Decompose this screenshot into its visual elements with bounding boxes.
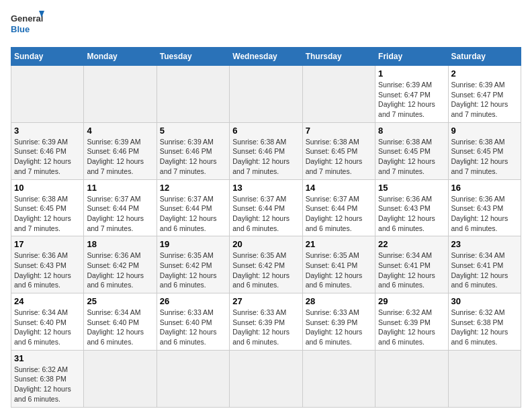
- day-info: Sunrise: 6:33 AM Sunset: 6:40 PM Dayligh…: [160, 308, 226, 347]
- calendar-cell: 12Sunrise: 6:37 AM Sunset: 6:44 PM Dayli…: [157, 179, 229, 236]
- calendar-cell: [84, 350, 157, 407]
- calendar-cell: 31Sunrise: 6:32 AM Sunset: 6:38 PM Dayli…: [11, 350, 84, 407]
- day-number: 19: [160, 239, 226, 249]
- calendar-cell: 27Sunrise: 6:33 AM Sunset: 6:39 PM Dayli…: [230, 293, 302, 351]
- calendar-cell: 10Sunrise: 6:38 AM Sunset: 6:45 PM Dayli…: [11, 179, 84, 236]
- day-info: Sunrise: 6:33 AM Sunset: 6:39 PM Dayligh…: [232, 308, 299, 347]
- calendar-cell: [157, 350, 229, 407]
- calendar-cell: 6Sunrise: 6:38 AM Sunset: 6:46 PM Daylig…: [230, 122, 302, 179]
- day-info: Sunrise: 6:38 AM Sunset: 6:45 PM Dayligh…: [14, 194, 81, 234]
- calendar-cell: 11Sunrise: 6:37 AM Sunset: 6:44 PM Dayli…: [84, 179, 157, 236]
- calendar-week-row: 10Sunrise: 6:38 AM Sunset: 6:45 PM Dayli…: [11, 179, 521, 236]
- calendar-cell: 2Sunrise: 6:39 AM Sunset: 6:47 PM Daylig…: [448, 66, 521, 123]
- day-info: Sunrise: 6:35 AM Sunset: 6:42 PM Dayligh…: [232, 250, 299, 290]
- day-number: 11: [87, 183, 153, 193]
- calendar-cell: 7Sunrise: 6:38 AM Sunset: 6:45 PM Daylig…: [302, 122, 375, 179]
- day-info: Sunrise: 6:36 AM Sunset: 6:43 PM Dayligh…: [451, 194, 518, 234]
- calendar-cell: [230, 66, 302, 123]
- calendar-cell: 4Sunrise: 6:39 AM Sunset: 6:46 PM Daylig…: [84, 122, 157, 179]
- calendar-cell: 16Sunrise: 6:36 AM Sunset: 6:43 PM Dayli…: [448, 179, 521, 236]
- page-header: General Blue: [11, 11, 521, 40]
- day-number: 9: [451, 126, 518, 136]
- day-info: Sunrise: 6:32 AM Sunset: 6:38 PM Dayligh…: [451, 308, 518, 347]
- day-info: Sunrise: 6:37 AM Sunset: 6:44 PM Dayligh…: [306, 194, 372, 234]
- day-number: 6: [232, 126, 299, 136]
- day-number: 21: [306, 239, 372, 249]
- calendar-cell: 24Sunrise: 6:34 AM Sunset: 6:40 PM Dayli…: [11, 293, 84, 351]
- day-number: 12: [160, 183, 226, 193]
- calendar-cell: [157, 66, 229, 123]
- day-info: Sunrise: 6:38 AM Sunset: 6:45 PM Dayligh…: [306, 137, 372, 177]
- calendar-cell: 29Sunrise: 6:32 AM Sunset: 6:39 PM Dayli…: [375, 293, 448, 351]
- svg-text:General: General: [11, 13, 43, 24]
- calendar-cell: [302, 350, 375, 407]
- calendar-cell: 17Sunrise: 6:36 AM Sunset: 6:43 PM Dayli…: [11, 236, 84, 293]
- day-info: Sunrise: 6:33 AM Sunset: 6:39 PM Dayligh…: [306, 308, 372, 347]
- day-number: 27: [232, 296, 299, 306]
- calendar-cell: 18Sunrise: 6:36 AM Sunset: 6:42 PM Dayli…: [84, 236, 157, 293]
- day-info: Sunrise: 6:39 AM Sunset: 6:47 PM Dayligh…: [378, 80, 445, 120]
- calendar-week-row: 24Sunrise: 6:34 AM Sunset: 6:40 PM Dayli…: [11, 293, 521, 351]
- calendar-cell: 9Sunrise: 6:38 AM Sunset: 6:45 PM Daylig…: [448, 122, 521, 179]
- calendar-cell: 26Sunrise: 6:33 AM Sunset: 6:40 PM Dayli…: [157, 293, 229, 351]
- calendar-cell: 1Sunrise: 6:39 AM Sunset: 6:47 PM Daylig…: [375, 66, 448, 123]
- logo: General Blue: [11, 11, 44, 40]
- day-info: Sunrise: 6:34 AM Sunset: 6:41 PM Dayligh…: [451, 250, 518, 290]
- day-info: Sunrise: 6:35 AM Sunset: 6:42 PM Dayligh…: [160, 250, 226, 290]
- day-number: 25: [87, 296, 153, 306]
- day-number: 2: [451, 68, 518, 79]
- day-number: 15: [378, 183, 445, 193]
- day-number: 5: [160, 126, 226, 136]
- calendar-cell: [84, 66, 157, 123]
- day-info: Sunrise: 6:32 AM Sunset: 6:38 PM Dayligh…: [14, 365, 81, 404]
- day-number: 24: [14, 296, 81, 306]
- day-info: Sunrise: 6:38 AM Sunset: 6:46 PM Dayligh…: [232, 137, 299, 177]
- weekday-header: Thursday: [302, 48, 375, 66]
- weekday-header: Sunday: [11, 48, 84, 66]
- day-info: Sunrise: 6:37 AM Sunset: 6:44 PM Dayligh…: [160, 194, 226, 234]
- day-number: 10: [14, 183, 81, 193]
- weekday-header: Monday: [84, 48, 157, 66]
- calendar-cell: 13Sunrise: 6:37 AM Sunset: 6:44 PM Dayli…: [230, 179, 302, 236]
- calendar-cell: 3Sunrise: 6:39 AM Sunset: 6:46 PM Daylig…: [11, 122, 84, 179]
- day-number: 16: [451, 183, 518, 193]
- day-number: 7: [306, 126, 372, 136]
- day-info: Sunrise: 6:37 AM Sunset: 6:44 PM Dayligh…: [232, 194, 299, 234]
- calendar-cell: 20Sunrise: 6:35 AM Sunset: 6:42 PM Dayli…: [230, 236, 302, 293]
- svg-text:Blue: Blue: [11, 24, 30, 34]
- day-info: Sunrise: 6:39 AM Sunset: 6:46 PM Dayligh…: [160, 137, 226, 177]
- calendar-week-row: 3Sunrise: 6:39 AM Sunset: 6:46 PM Daylig…: [11, 122, 521, 179]
- calendar-cell: 23Sunrise: 6:34 AM Sunset: 6:41 PM Dayli…: [448, 236, 521, 293]
- day-info: Sunrise: 6:35 AM Sunset: 6:41 PM Dayligh…: [306, 250, 372, 290]
- day-number: 28: [306, 296, 372, 306]
- day-number: 8: [378, 126, 445, 136]
- day-number: 30: [451, 296, 518, 306]
- calendar-cell: 21Sunrise: 6:35 AM Sunset: 6:41 PM Dayli…: [302, 236, 375, 293]
- day-info: Sunrise: 6:32 AM Sunset: 6:39 PM Dayligh…: [378, 308, 445, 347]
- day-number: 17: [14, 239, 81, 249]
- calendar-cell: [375, 350, 448, 407]
- calendar-cell: 5Sunrise: 6:39 AM Sunset: 6:46 PM Daylig…: [157, 122, 229, 179]
- day-info: Sunrise: 6:39 AM Sunset: 6:47 PM Dayligh…: [451, 80, 518, 120]
- day-number: 14: [306, 183, 372, 193]
- day-number: 22: [378, 239, 445, 249]
- day-info: Sunrise: 6:38 AM Sunset: 6:45 PM Dayligh…: [378, 137, 445, 177]
- calendar-week-row: 17Sunrise: 6:36 AM Sunset: 6:43 PM Dayli…: [11, 236, 521, 293]
- calendar-cell: 19Sunrise: 6:35 AM Sunset: 6:42 PM Dayli…: [157, 236, 229, 293]
- calendar-cell: 30Sunrise: 6:32 AM Sunset: 6:38 PM Dayli…: [448, 293, 521, 351]
- day-info: Sunrise: 6:34 AM Sunset: 6:41 PM Dayligh…: [378, 250, 445, 290]
- calendar-cell: [302, 66, 375, 123]
- logo-svg: General Blue: [11, 11, 44, 40]
- weekday-header: Friday: [375, 48, 448, 66]
- day-number: 18: [87, 239, 153, 249]
- day-number: 20: [232, 239, 299, 249]
- day-number: 4: [87, 126, 153, 136]
- day-info: Sunrise: 6:34 AM Sunset: 6:40 PM Dayligh…: [87, 308, 153, 347]
- weekday-header: Tuesday: [157, 48, 229, 66]
- day-number: 26: [160, 296, 226, 306]
- day-number: 1: [378, 68, 445, 79]
- day-info: Sunrise: 6:36 AM Sunset: 6:42 PM Dayligh…: [87, 250, 153, 290]
- calendar-cell: [230, 350, 302, 407]
- calendar-cell: 8Sunrise: 6:38 AM Sunset: 6:45 PM Daylig…: [375, 122, 448, 179]
- weekday-header: Saturday: [448, 48, 521, 66]
